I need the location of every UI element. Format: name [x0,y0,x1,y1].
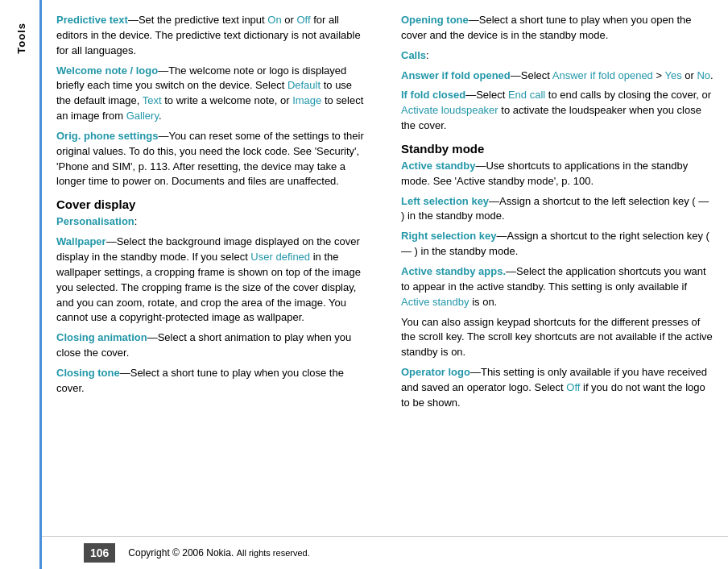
answer-fold-link: Answer if fold opened [552,69,653,81]
left-selection-block: Left selection key—Assign a shortcut to … [401,194,714,225]
content-area: Predictive text—Set the predictive text … [42,0,728,569]
opening-tone-block: Opening tone—Select a short tune to play… [401,13,714,44]
gallery-link: Gallery [126,110,159,122]
on-link: On [267,14,281,26]
welcome-note-block: Welcome note / logo—The welcome note or … [56,64,369,124]
activate-loudspeaker-link: Activate loudspeaker [401,104,498,116]
orig-phone-block: Orig. phone settings—You can reset some … [56,129,369,189]
operator-logo-block: Operator logo—This setting is only avail… [401,365,714,411]
right-column: Opening tone—Select a short tune to play… [393,13,714,569]
scroll-key-text: You can also assign keypad shortcuts for… [401,315,714,361]
text-link: Text [143,94,162,106]
active-standby-apps-label: Active standby apps. [401,265,506,277]
opening-tone-label: Opening tone [401,14,469,26]
personalisation-block: Personalisation: [56,214,369,230]
predictive-text-block: Predictive text—Set the predictive text … [56,13,369,59]
answer-fold-label: Answer if fold opened [401,69,511,81]
page-number: 106 [84,543,115,563]
closing-animation-label: Closing animation [56,331,147,343]
operator-logo-label: Operator logo [401,366,470,378]
welcome-note-label: Welcome note / logo [56,64,158,77]
orig-phone-label: Orig. phone settings [56,130,158,142]
end-call-link: End call [508,89,545,101]
calls-block: Calls: [401,48,714,64]
active-standby-label: Active standby [401,160,475,172]
closing-tone-label: Closing tone [56,367,120,379]
sidebar-label: Tools [15,23,27,54]
active-standby-apps-block: Active standby apps.—Select the applicat… [401,264,714,310]
no-link: No [697,69,710,81]
if-fold-closed-block: If fold closed—Select End call to end ca… [401,88,714,134]
footer: 106 Copyright © 2006 Nokia. All rights r… [42,536,728,569]
sidebar: Tools [0,0,42,569]
yes-link: Yes [664,69,681,81]
active-standby-block: Active standby—Use shortcuts to applicat… [401,159,714,189]
image-link: Image [292,94,321,106]
off-link2: Off [566,381,580,393]
standby-mode-heading: Standby mode [401,142,714,156]
user-defined-link: User defined [250,251,310,263]
wallpaper-label: Wallpaper [56,235,106,247]
personalisation-label: Personalisation [56,215,134,227]
left-selection-label: Left selection key [401,195,489,207]
calls-label: Calls [401,49,426,61]
wallpaper-block: Wallpaper—Select the background image di… [56,235,369,326]
closing-tone-block: Closing tone—Select a short tune to play… [56,366,369,397]
predictive-text-label: Predictive text [56,14,128,26]
left-column: Predictive text—Set the predictive text … [56,13,377,569]
active-standby-apps-link: Active standby [401,296,469,308]
answer-fold-block: Answer if fold opened—Select Answer if f… [401,69,714,84]
default-link: Default [287,79,321,91]
right-selection-block: Right selection key—Assign a shortcut to… [401,229,714,260]
closing-animation-block: Closing animation—Select a short animati… [56,330,369,361]
if-fold-closed-label: If fold closed [401,89,465,101]
copyright-text: Copyright © 2006 Nokia. All rights reser… [128,547,309,559]
cover-display-heading: Cover display [56,197,369,211]
off-link: Off [296,14,310,26]
right-selection-label: Right selection key [401,230,496,242]
